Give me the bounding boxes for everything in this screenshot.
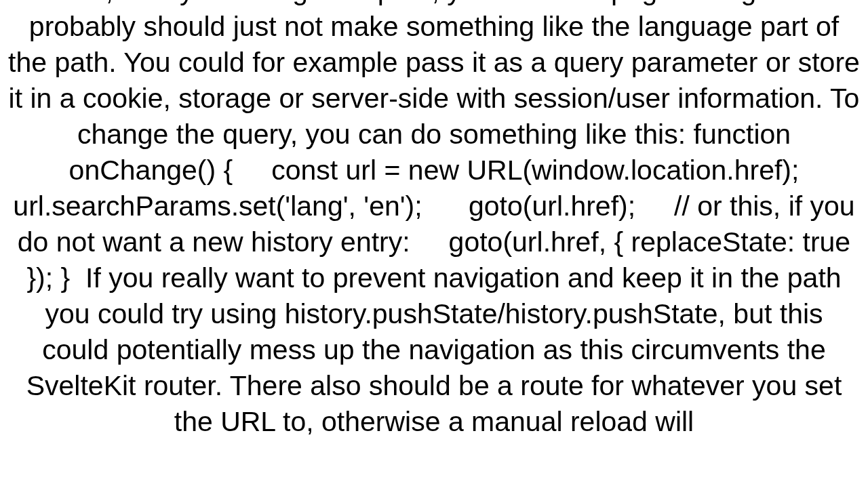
- document-page: router, so if you change the path, you i…: [0, 0, 868, 488]
- answer-body-text: router, so if you change the path, you i…: [0, 0, 868, 440]
